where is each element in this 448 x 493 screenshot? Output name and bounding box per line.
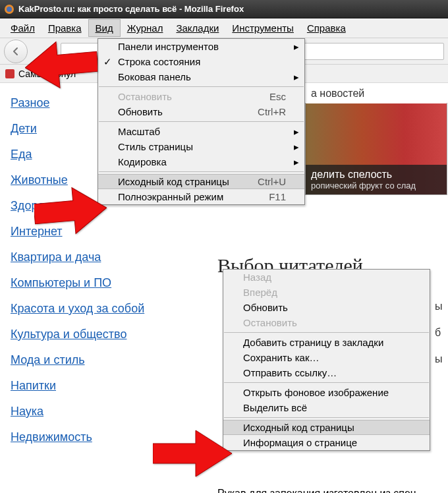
menu-page-style[interactable]: Стиль страницы ▸ <box>98 139 304 154</box>
ctx-reload[interactable]: Обновить <box>223 300 430 315</box>
svg-marker-4 <box>153 430 232 477</box>
annotation-arrow-icon <box>153 427 232 482</box>
menu-stop: Остановить Esc <box>98 89 304 104</box>
ctx-saveas[interactable]: Сохранить как… <box>223 350 430 365</box>
hero-subtitle: ропический фрукт со слад <box>311 181 441 190</box>
svg-marker-2 <box>25 38 98 90</box>
menu-file[interactable]: Файл <box>4 20 42 36</box>
hero-caption: делить спелость ропический фрукт со слад <box>306 165 447 194</box>
chevron-right-icon: ▸ <box>294 41 299 53</box>
menu-separator <box>224 332 429 333</box>
menu-bookmarks[interactable]: Закладки <box>169 20 225 36</box>
chevron-right-icon: ▸ <box>294 156 299 168</box>
menu-page-source[interactable]: Исходный код страницы Ctrl+U <box>98 174 304 189</box>
menu-separator <box>99 86 304 87</box>
titlebar: KakProsto.ru: как просто сделать всё - M… <box>0 0 448 18</box>
sidebar-link[interactable]: Квартира и дача <box>11 250 182 264</box>
hero-title: делить спелость <box>311 169 441 181</box>
view-menu-dropdown: Панели инструментов ▸ ✓ Строка состояния… <box>98 38 305 205</box>
ctx-page-info[interactable]: Информация о странице <box>223 435 430 450</box>
arrow-left-icon <box>11 46 21 57</box>
ctx-select-all[interactable]: Выделить всё <box>223 400 430 415</box>
menu-fullscreen[interactable]: Полноэкранный режим F11 <box>98 189 304 204</box>
ctx-bookmark[interactable]: Добавить страницу в закладки <box>223 335 430 350</box>
content-text: ы <box>435 353 443 365</box>
menu-separator <box>224 417 429 418</box>
firefox-icon <box>4 4 14 14</box>
check-icon: ✓ <box>103 56 112 68</box>
menubar: Файл Правка Вид Журнал Закладки Инструме… <box>0 18 448 38</box>
menu-separator <box>99 171 304 172</box>
menu-encoding[interactable]: Кодировка ▸ <box>98 154 304 169</box>
sidebar-link[interactable]: Мода и стиль <box>11 353 182 367</box>
chevron-right-icon: ▸ <box>294 71 299 83</box>
hero-image[interactable]: а новостей делить спелость ропический фр… <box>305 103 447 195</box>
bookmark-folder-icon <box>5 69 14 78</box>
menu-toolbars[interactable]: Панели инструментов ▸ <box>98 39 304 54</box>
ctx-sendlink[interactable]: Отправить ссылку… <box>223 365 430 380</box>
sidebar-link[interactable]: Красота и уход за собой <box>11 302 182 316</box>
sidebar-link[interactable]: Культура и общество <box>11 328 182 341</box>
chevron-right-icon: ▸ <box>294 126 299 138</box>
sidebar-link[interactable]: Компьютеры и ПО <box>11 276 182 290</box>
menu-separator <box>99 121 304 122</box>
menu-reload[interactable]: Обновить Ctrl+R <box>98 104 304 119</box>
window-title: KakProsto.ru: как просто сделать всё - M… <box>18 4 244 14</box>
menu-tools[interactable]: Инструменты <box>225 20 300 36</box>
svg-marker-3 <box>34 185 107 237</box>
back-button[interactable] <box>4 40 28 63</box>
menu-sidebar[interactable]: Боковая панель ▸ <box>98 69 304 84</box>
sidebar-link[interactable]: Наука <box>11 405 182 419</box>
ctx-forward: Вперёд <box>223 285 430 300</box>
context-menu: Назад Вперёд Обновить Остановить Добавит… <box>223 269 430 451</box>
menu-help[interactable]: Справка <box>300 20 352 36</box>
sidebar-link[interactable]: Напитки <box>11 379 182 393</box>
svg-point-1 <box>7 7 12 12</box>
ctx-back: Назад <box>223 270 430 285</box>
annotation-arrow-icon <box>34 185 107 239</box>
ctx-view-bg[interactable]: Открыть фоновое изображение <box>223 385 430 400</box>
menu-statusbar[interactable]: ✓ Строка состояния <box>98 54 304 69</box>
news-link[interactable]: а новостей <box>306 85 447 103</box>
content-text: Рукав для запекания изготовлен из спец <box>217 488 416 493</box>
menu-history[interactable]: Журнал <box>121 20 170 36</box>
menu-separator <box>224 382 429 383</box>
annotation-arrow-icon <box>25 38 98 93</box>
ctx-stop: Остановить <box>223 315 430 330</box>
chevron-right-icon: ▸ <box>294 141 299 153</box>
menu-view[interactable]: Вид <box>88 19 121 37</box>
menu-edit[interactable]: Правка <box>42 20 88 36</box>
menu-zoom[interactable]: Масштаб ▸ <box>98 124 304 139</box>
ctx-page-source[interactable]: Исходный код страницы <box>223 420 430 435</box>
content-text: б <box>435 327 441 339</box>
content-text: ы <box>435 301 443 312</box>
